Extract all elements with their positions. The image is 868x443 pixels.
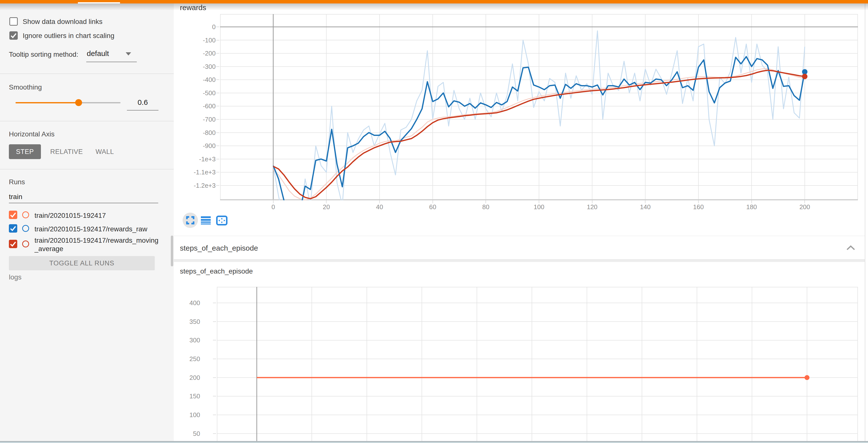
- axis-relative-button[interactable]: RELATIVE: [47, 144, 86, 159]
- y-tick-mark: [216, 66, 219, 67]
- steps-section-title: steps_of_each_episode: [180, 244, 258, 252]
- y-tick-label: 300: [161, 336, 200, 344]
- steps-plot-svg[interactable]: [217, 287, 858, 441]
- y-tick-mark: [213, 303, 216, 303]
- x-tick-label: 0: [258, 203, 288, 211]
- x-tick-mark: [645, 200, 646, 203]
- show-download-links-checkbox[interactable]: [9, 17, 18, 26]
- run-row[interactable]: train/20201015-192417/rewards_raw: [0, 223, 174, 235]
- run-label: train/20201015-192417/rewards_raw: [34, 225, 161, 233]
- check-icon: [9, 31, 18, 40]
- axis-wall-button[interactable]: WALL: [90, 144, 120, 159]
- y-tick-label: -700: [176, 116, 216, 123]
- ignore-outliers-checkbox[interactable]: [9, 31, 18, 40]
- run-radio[interactable]: [22, 225, 29, 232]
- tooltip-sorting-dropdown[interactable]: default: [87, 49, 109, 58]
- x-tick-mark: [592, 200, 592, 203]
- run-checkbox[interactable]: [9, 240, 17, 248]
- y-tick-mark: [216, 80, 219, 80]
- rewards-chart-title: rewards: [180, 3, 206, 12]
- x-tick-mark: [273, 200, 274, 203]
- x-tick-label: 100: [524, 203, 554, 211]
- x-tick-mark: [379, 200, 380, 203]
- y-tick-mark: [216, 159, 219, 159]
- tooltip-sorting-label: Tooltip sorting method:: [9, 51, 79, 58]
- run-radio[interactable]: [22, 211, 29, 218]
- y-tick-mark: [216, 172, 219, 172]
- y-tick-label: -200: [176, 50, 216, 57]
- x-tick-mark: [698, 200, 699, 203]
- toggle-all-runs-button[interactable]: TOGGLE ALL RUNS: [9, 256, 155, 270]
- steps-section-header[interactable]: steps_of_each_episode: [174, 236, 865, 260]
- run-row[interactable]: train/20201015-192417/rewards_moving_ave…: [0, 236, 174, 256]
- ignore-outliers-label[interactable]: Ignore outliers in chart scaling: [23, 32, 114, 40]
- run-filter-input[interactable]: train: [9, 193, 22, 201]
- y-tick-label: 350: [161, 318, 200, 326]
- tensorboard-app: Show data download links Ignore outliers…: [0, 0, 868, 443]
- y-tick-mark: [213, 377, 216, 378]
- smoothing-label: Smoothing: [9, 83, 42, 91]
- y-tick-label: -300: [176, 63, 216, 70]
- steps-chart-card: steps_of_each_episode 400350300250200150…: [174, 262, 865, 441]
- run-row[interactable]: train/20201015-192417: [0, 210, 174, 222]
- log-scale-icon[interactable]: [201, 216, 211, 225]
- x-tick-label: 160: [684, 203, 713, 211]
- smoothing-slider-handle[interactable]: [75, 99, 82, 106]
- y-tick-mark: [213, 321, 216, 322]
- x-tick-label: 80: [471, 203, 500, 211]
- y-tick-label: -1.1e+3: [176, 169, 216, 176]
- window-scrollbar-track[interactable]: [865, 3, 865, 441]
- y-tick-label: -900: [176, 142, 216, 150]
- y-tick-label: -600: [176, 102, 216, 110]
- run-radio[interactable]: [22, 240, 29, 247]
- logs-label: logs: [9, 273, 22, 281]
- run-label: train/20201015-192417: [34, 211, 161, 220]
- run-checkbox[interactable]: [9, 211, 17, 219]
- horizontal-axis-label: Horizontal Axis: [9, 130, 55, 138]
- runs-label: Runs: [9, 178, 25, 186]
- rewards-plot-svg[interactable]: [220, 14, 858, 200]
- y-tick-label: -100: [176, 36, 216, 44]
- rewards-chart-card: rewards 0-100-20: [174, 3, 865, 236]
- y-tick-mark: [213, 359, 216, 359]
- x-tick-label: 120: [578, 203, 607, 211]
- y-tick-label: -400: [176, 76, 216, 84]
- chevron-down-icon[interactable]: [126, 52, 131, 56]
- x-tick-mark: [539, 200, 539, 203]
- run-checkbox[interactable]: [9, 224, 17, 233]
- y-tick-mark: [216, 132, 219, 133]
- x-tick-label: 140: [630, 203, 660, 211]
- y-tick-mark: [216, 93, 219, 93]
- run-label: train/20201015-192417/rewards_moving_ave…: [34, 236, 161, 253]
- top-toolbar: [0, 0, 868, 3]
- smoothing-slider-fill: [16, 102, 79, 104]
- y-tick-label: 150: [161, 392, 200, 400]
- fit-domain-icon[interactable]: [216, 215, 227, 226]
- divider: [0, 73, 174, 74]
- axis-step-button[interactable]: STEP: [9, 144, 41, 159]
- sidebar-scrollbar-thumb[interactable]: [171, 236, 173, 266]
- show-download-links-label[interactable]: Show data download links: [23, 18, 102, 26]
- y-tick-label: 50: [161, 430, 200, 438]
- endpoint-dot: [802, 69, 807, 75]
- y-tick-label: 400: [161, 299, 200, 307]
- smoothing-value-field[interactable]: 0.6: [127, 98, 158, 107]
- y-tick-mark: [216, 146, 219, 146]
- y-tick-label: -500: [176, 89, 216, 97]
- y-tick-mark: [216, 185, 219, 186]
- x-tick-mark: [486, 200, 486, 203]
- x-tick-mark: [804, 200, 805, 203]
- x-tick-label: 60: [418, 203, 447, 211]
- x-tick-mark: [751, 200, 752, 203]
- chevron-up-icon[interactable]: [845, 244, 857, 252]
- y-tick-label: 0: [176, 23, 216, 31]
- y-tick-label: 200: [161, 374, 200, 382]
- y-tick-label: -1e+3: [176, 155, 216, 163]
- settings-sidebar: [0, 3, 174, 441]
- y-tick-mark: [216, 40, 219, 40]
- y-tick-mark: [216, 106, 219, 106]
- run-filter-underline: [9, 203, 158, 203]
- y-tick-mark: [216, 53, 219, 54]
- steps-chart-title: steps_of_each_episode: [180, 267, 253, 275]
- fullscreen-icon[interactable]: [186, 216, 195, 225]
